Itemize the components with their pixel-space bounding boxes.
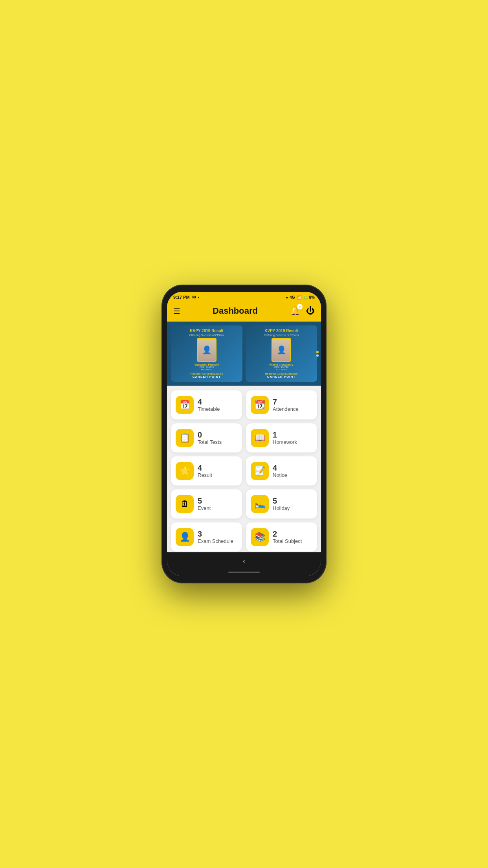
- status-time: 9:17 PM: [173, 295, 190, 300]
- card-icon-notice: 📝: [251, 462, 269, 480]
- notification-badge: 0: [297, 304, 303, 309]
- card-number-homework: 1: [273, 430, 297, 439]
- phone-device: 9:17 PM ✉ • ● 4G 📶 🔋 8% ☰ Dashboard 🔔 0: [161, 285, 327, 583]
- card-number-attendance: 7: [273, 397, 299, 406]
- card-info-timetable: 4 Timetable: [198, 397, 220, 412]
- card-number-total-tests: 0: [198, 430, 222, 439]
- card-info-result: 4 Result: [198, 463, 212, 478]
- card-notice[interactable]: 📝 4 Notice: [246, 456, 317, 485]
- banner-brand-2: CAREER POINT: [249, 375, 314, 379]
- banner-name-1: Vasavdatt Pranami: [174, 363, 239, 366]
- card-number-event: 5: [198, 497, 211, 505]
- power-button[interactable]: ⏻: [306, 306, 315, 316]
- total-subject-icon: 📚: [255, 532, 265, 542]
- card-holiday[interactable]: 🛌 5 Holiday: [246, 489, 317, 519]
- email-icon: ✉: [192, 295, 196, 300]
- dot-indicator-small: •: [198, 295, 200, 300]
- card-info-total-subject: 2 Total Subject: [273, 530, 302, 544]
- status-bar: 9:17 PM ✉ • ● 4G 📶 🔋 8%: [167, 292, 321, 303]
- banner-card-2[interactable]: KVPY 2019 Result Glittering Success of C…: [246, 326, 317, 382]
- home-bar: [167, 570, 321, 576]
- header: ☰ Dashboard 🔔 0 ⏻: [167, 303, 321, 322]
- card-attendance[interactable]: 📆 7 Attendence: [246, 390, 317, 419]
- banner-subtitle-2: Glittering Success of CPians: [249, 334, 314, 337]
- total-tests-icon: 📋: [180, 433, 190, 443]
- card-info-homework: 1 Homework: [273, 430, 297, 445]
- home-indicator: [228, 572, 260, 573]
- card-label-exam-schedule: Exam Schedule: [198, 538, 233, 544]
- card-timetable[interactable]: 📅 4 Timetable: [171, 390, 242, 419]
- exam-schedule-icon: 👤: [180, 532, 190, 542]
- card-exam-schedule[interactable]: 👤 3 Exam Schedule: [171, 522, 242, 552]
- card-number-holiday: 5: [273, 497, 290, 505]
- card-icon-holiday: 🛌: [251, 495, 269, 513]
- card-icon-homework: 📖: [251, 429, 269, 447]
- banner-photo-2: 👤: [272, 338, 291, 362]
- banner-photo-1: 👤: [197, 338, 216, 362]
- card-label-notice: Notice: [273, 472, 287, 478]
- card-number-result: 4: [198, 463, 212, 472]
- homework-icon: 📖: [255, 433, 265, 443]
- banner-title-2: KVPY 2019 Result: [249, 329, 314, 333]
- network-icon: ●: [286, 295, 288, 300]
- card-number-exam-schedule: 3: [198, 530, 233, 538]
- banner-class-2: XII – NEET: [249, 368, 314, 371]
- card-label-total-tests: Total Tests: [198, 439, 222, 445]
- card-label-attendance: Attendence: [273, 406, 299, 412]
- menu-button[interactable]: ☰: [173, 306, 180, 316]
- status-right: ● 4G 📶 🔋 8%: [286, 295, 315, 300]
- card-label-result: Result: [198, 472, 212, 478]
- banner-name-2: Pramit Chaudhary: [249, 363, 314, 366]
- attendance-icon: 📆: [255, 400, 265, 410]
- signal-icon: 📶: [297, 295, 301, 300]
- card-info-exam-schedule: 3 Exam Schedule: [198, 530, 233, 544]
- banner-class-1: XII – NEET: [174, 368, 239, 371]
- battery-icon: 🔋: [303, 295, 308, 300]
- card-total-subject[interactable]: 📚 2 Total Subject: [246, 522, 317, 552]
- card-number-total-subject: 2: [273, 530, 302, 538]
- header-title: Dashboard: [213, 306, 258, 316]
- phone-screen: 9:17 PM ✉ • ● 4G 📶 🔋 8% ☰ Dashboard 🔔 0: [167, 292, 321, 576]
- back-button[interactable]: ‹: [235, 555, 253, 567]
- card-icon-exam-schedule: 👤: [176, 528, 194, 546]
- card-homework[interactable]: 📖 1 Homework: [246, 423, 317, 452]
- banner-brand-1: CAREER POINT: [174, 375, 239, 379]
- result-icon: ⭐: [180, 466, 190, 476]
- holiday-icon: 🛌: [255, 499, 265, 509]
- card-event[interactable]: 🗓 5 Event: [171, 489, 242, 519]
- card-result[interactable]: ⭐ 4 Result: [171, 456, 242, 485]
- dot-indicators: [316, 351, 319, 357]
- header-icons: 🔔 0 ⏻: [290, 306, 315, 316]
- card-label-total-subject: Total Subject: [273, 538, 302, 544]
- network-label: 4G: [290, 295, 295, 300]
- battery-label: 8%: [309, 295, 315, 300]
- dot-1: [316, 351, 319, 353]
- person-icon-1: 👤: [202, 345, 212, 355]
- card-number-notice: 4: [273, 463, 287, 472]
- card-label-timetable: Timetable: [198, 406, 220, 412]
- banner-subtitle-1: Glittering Success of CPians: [174, 334, 239, 337]
- card-number-timetable: 4: [198, 397, 220, 406]
- banner-congrats-2: Heartiest Congratulations!!: [249, 372, 314, 375]
- status-left: 9:17 PM ✉ •: [173, 295, 199, 300]
- card-info-notice: 4 Notice: [273, 463, 287, 478]
- notification-button[interactable]: 🔔 0: [290, 306, 301, 316]
- card-info-total-tests: 0 Total Tests: [198, 430, 222, 445]
- banner-carousel: KVPY 2019 Result Glittering Success of C…: [167, 322, 321, 386]
- notice-icon: 📝: [255, 466, 265, 476]
- person-icon-2: 👤: [277, 345, 286, 355]
- card-icon-timetable: 📅: [176, 396, 194, 414]
- card-total-tests[interactable]: 📋 0 Total Tests: [171, 423, 242, 452]
- card-label-holiday: Holiday: [273, 505, 290, 511]
- card-info-attendance: 7 Attendence: [273, 397, 299, 412]
- hamburger-icon: ☰: [173, 307, 180, 315]
- card-icon-total-subject: 📚: [251, 528, 269, 546]
- bottom-navigation: ‹: [167, 552, 321, 570]
- card-icon-attendance: 📆: [251, 396, 269, 414]
- card-icon-total-tests: 📋: [176, 429, 194, 447]
- timetable-icon: 📅: [180, 400, 190, 410]
- card-info-event: 5 Event: [198, 497, 211, 511]
- banner-title-1: KVPY 2019 Result: [174, 329, 239, 333]
- banner-card-1[interactable]: KVPY 2019 Result Glittering Success of C…: [171, 326, 242, 382]
- card-icon-event: 🗓: [176, 495, 194, 513]
